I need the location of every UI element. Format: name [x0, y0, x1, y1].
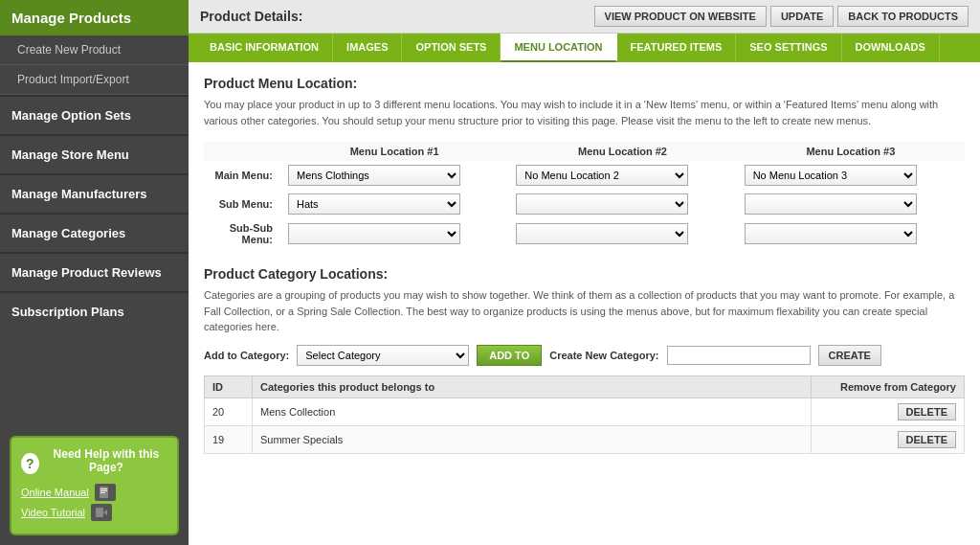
sub-menu-label: Sub Menu:: [204, 190, 280, 218]
svg-rect-3: [100, 492, 105, 493]
sidebar-header: Manage Products: [0, 0, 189, 35]
sub-menu-select-2-cell: [508, 190, 736, 218]
svg-rect-4: [96, 508, 103, 517]
tab-featured-items[interactable]: FEATURED ITEMS: [617, 34, 737, 62]
tab-navigation: BASIC INFORMATION IMAGES OPTION SETS MEN…: [189, 34, 980, 62]
sidebar-item-product-import-export[interactable]: Product Import/Export: [0, 65, 189, 95]
sub-menu-select-3[interactable]: [745, 193, 917, 215]
category-remove-cell: DELETE: [812, 397, 965, 425]
table-row: 19 Summer Specials DELETE: [205, 425, 965, 453]
help-title: Need Help with this Page?: [45, 447, 167, 474]
main-content: Product Details: VIEW PRODUCT ON WEBSITE…: [189, 0, 980, 545]
main-menu-select-3[interactable]: No Menu Location 3: [745, 165, 917, 186]
sub-menu-select-2[interactable]: [516, 193, 688, 215]
table-header-row: ID Categories this product belongs to Re…: [205, 375, 965, 397]
svg-marker-5: [103, 510, 107, 515]
create-new-category-input[interactable]: [667, 346, 811, 365]
online-manual-icon: [95, 484, 116, 501]
create-new-category-label: Create New Category:: [549, 350, 658, 361]
svg-rect-1: [100, 488, 107, 489]
category-table: ID Categories this product belongs to Re…: [204, 375, 965, 454]
sub-sub-menu-select-1[interactable]: [288, 223, 460, 244]
sidebar-item-manage-categories[interactable]: Manage Categories: [0, 213, 189, 252]
category-location-title: Product Category Locations:: [204, 266, 965, 282]
update-btn[interactable]: UPDATE: [770, 6, 834, 27]
sub-menu-select-1[interactable]: Hats: [288, 193, 460, 215]
category-location-section: Product Category Locations: Categories a…: [204, 266, 965, 454]
sidebar-item-manage-manufacturers[interactable]: Manage Manufacturers: [0, 173, 189, 213]
main-menu-select-3-cell: No Menu Location 3: [737, 161, 965, 190]
sidebar-item-subscription-plans[interactable]: Subscription Plans: [0, 291, 189, 330]
create-button[interactable]: CREATE: [818, 345, 881, 366]
category-controls: Add to Category: Select Category ADD TO …: [204, 345, 965, 366]
delete-button[interactable]: DELETE: [898, 403, 956, 420]
menu-col-empty: [204, 142, 280, 161]
add-to-category-label: Add to Category:: [204, 350, 289, 361]
tab-seo-settings[interactable]: SEO SETTINGS: [736, 34, 841, 62]
col-name-header: Categories this product belongs to: [253, 375, 812, 397]
page-title: Product Details:: [200, 9, 302, 24]
tab-basic-information[interactable]: BASIC INFORMATION: [196, 34, 333, 62]
sub-sub-menu-label: Sub-Sub Menu:: [204, 218, 280, 249]
category-name: Summer Specials: [253, 425, 812, 453]
main-menu-select-2-cell: No Menu Location 2: [508, 161, 736, 190]
main-menu-select-1[interactable]: Mens Clothings: [288, 165, 460, 186]
sub-sub-menu-select-2-cell: [508, 218, 736, 249]
tab-option-sets[interactable]: OPTION SETS: [402, 34, 501, 62]
category-remove-cell: DELETE: [812, 425, 965, 453]
menu-location-title: Product Menu Location:: [204, 76, 965, 91]
main-menu-label: Main Menu:: [204, 161, 280, 190]
menu-location-desc: You may place your product in up to 3 di…: [204, 97, 965, 128]
tab-menu-location[interactable]: MENU LOCATION: [501, 34, 616, 62]
sidebar-item-manage-store-menu[interactable]: Manage Store Menu: [0, 134, 189, 173]
top-bar: Product Details: VIEW PRODUCT ON WEBSITE…: [189, 0, 980, 34]
delete-button[interactable]: DELETE: [898, 431, 956, 448]
main-menu-select-1-cell: Mens Clothings: [280, 161, 508, 190]
col-remove-header: Remove from Category: [812, 375, 965, 397]
sidebar-item-manage-product-reviews[interactable]: Manage Product Reviews: [0, 252, 189, 291]
sub-sub-menu-select-3-cell: [737, 218, 965, 249]
menu-col-1-header: Menu Location #1: [280, 142, 508, 161]
col-id-header: ID: [205, 375, 253, 397]
sub-sub-menu-select-2[interactable]: [516, 223, 688, 244]
top-bar-buttons: VIEW PRODUCT ON WEBSITE UPDATE BACK TO P…: [594, 6, 969, 27]
table-row: Main Menu: Mens Clothings No Menu Locati…: [204, 161, 965, 190]
category-id: 20: [205, 397, 253, 425]
category-name: Mens Collection: [253, 397, 812, 425]
menu-location-table: Menu Location #1 Menu Location #2 Menu L…: [204, 142, 965, 249]
category-id: 19: [205, 425, 253, 453]
menu-location-section: Product Menu Location: You may place you…: [204, 76, 965, 249]
help-question-icon: ?: [21, 453, 39, 474]
video-tutorial-label[interactable]: Video Tutorial: [21, 507, 85, 518]
table-row: Sub Menu: Hats: [204, 190, 965, 218]
menu-col-3-header: Menu Location #3: [737, 142, 965, 161]
back-to-products-btn[interactable]: BACK TO PRODUCTS: [837, 6, 969, 27]
table-row: 20 Mens Collection DELETE: [205, 397, 965, 425]
video-tutorial-icon: [91, 504, 112, 521]
sidebar: Manage Products Create New Product Produ…: [0, 0, 189, 545]
main-menu-select-2[interactable]: No Menu Location 2: [516, 165, 688, 186]
sub-sub-menu-select-1-cell: [280, 218, 508, 249]
category-location-desc: Categories are a grouping of products yo…: [204, 287, 965, 335]
menu-col-2-header: Menu Location #2: [508, 142, 736, 161]
view-product-btn[interactable]: VIEW PRODUCT ON WEBSITE: [594, 6, 767, 27]
tab-downloads[interactable]: DOWNLOADS: [842, 34, 940, 62]
add-to-button[interactable]: ADD TO: [477, 345, 542, 366]
svg-rect-2: [100, 490, 107, 491]
sub-sub-menu-select-3[interactable]: [745, 223, 917, 244]
table-row: Sub-Sub Menu:: [204, 218, 965, 249]
sub-menu-select-1-cell: Hats: [280, 190, 508, 218]
sidebar-item-manage-option-sets[interactable]: Manage Option Sets: [0, 95, 189, 134]
sub-menu-select-3-cell: [737, 190, 965, 218]
sidebar-item-create-new-product[interactable]: Create New Product: [0, 35, 189, 65]
online-manual-label[interactable]: Online Manual: [21, 487, 89, 498]
tab-images[interactable]: IMAGES: [333, 34, 402, 62]
content-area: Product Menu Location: You may place you…: [189, 62, 980, 545]
help-box: ? Need Help with this Page? Online Manua…: [10, 436, 179, 535]
add-to-category-select[interactable]: Select Category: [297, 345, 469, 366]
